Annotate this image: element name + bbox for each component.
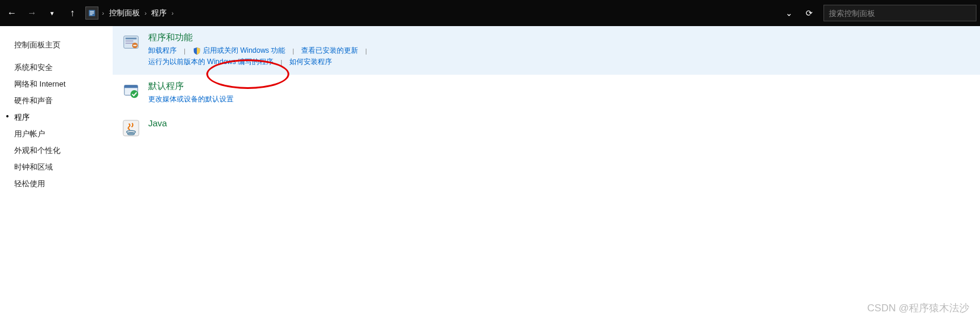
section-title[interactable]: 程序和功能: [148, 32, 971, 43]
up-button[interactable]: ↑: [64, 5, 81, 21]
sidebar-item[interactable]: 程序: [14, 109, 113, 126]
link-divider: |: [280, 59, 282, 66]
links-row: 运行为以前版本的 Windows 编写的程序|如何安装程序: [148, 56, 971, 68]
breadcrumb-sep: ›: [102, 9, 104, 17]
sidebar-item[interactable]: 控制面板主页: [14, 37, 113, 53]
link[interactable]: 运行为以前版本的 Windows 编写的程序: [148, 56, 273, 68]
main-panel: 程序和功能卸载程序|启用或关闭 Windows 功能|查看已安装的更新|运行为以…: [113, 26, 980, 322]
svg-rect-6: [126, 40, 133, 42]
address-dropdown-icon[interactable]: ⌄: [783, 8, 795, 18]
link[interactable]: 卸载程序: [148, 45, 177, 56]
section-title[interactable]: 默认程序: [148, 81, 971, 92]
programs-icon: [122, 33, 140, 51]
links-row: 更改媒体或设备的默认设置: [148, 94, 971, 105]
breadcrumb-item[interactable]: 控制面板: [107, 7, 142, 20]
section: 程序和功能卸载程序|启用或关闭 Windows 功能|查看已安装的更新|运行为以…: [113, 26, 980, 75]
sidebar-item[interactable]: 轻松使用: [14, 176, 113, 192]
svg-rect-7: [126, 43, 133, 44]
java-icon: [122, 119, 140, 137]
section: Java: [113, 112, 980, 144]
breadcrumb[interactable]: › 控制面板 › 程序 ›: [102, 7, 783, 20]
sidebar-item[interactable]: 网络和 Internet: [14, 76, 113, 93]
breadcrumb-sep: ›: [171, 9, 174, 17]
sidebar-item[interactable]: 用户帐户: [14, 126, 113, 142]
links-row: 卸载程序|启用或关闭 Windows 功能|查看已安装的更新|: [148, 45, 971, 56]
link-divider: |: [292, 47, 294, 55]
sidebar-item[interactable]: 系统和安全: [14, 59, 113, 76]
sidebar-item[interactable]: 外观和个性化: [14, 142, 113, 159]
breadcrumb-sep: ›: [145, 9, 147, 17]
recent-dropdown[interactable]: ▾: [44, 5, 60, 21]
link[interactable]: 如何安装程序: [289, 56, 332, 68]
defaults-icon: [122, 82, 140, 100]
section-body: 程序和功能卸载程序|启用或关闭 Windows 功能|查看已安装的更新|运行为以…: [148, 32, 971, 68]
link-divider: |: [184, 47, 186, 55]
svg-point-12: [130, 90, 138, 98]
link[interactable]: 查看已安装的更新: [301, 45, 358, 56]
forward-button[interactable]: →: [24, 5, 40, 21]
svg-rect-11: [125, 85, 138, 88]
sidebar-item[interactable]: 时钟和区域: [14, 159, 113, 176]
sidebar-item[interactable]: 硬件和声音: [14, 93, 113, 109]
link-divider: |: [365, 47, 367, 55]
breadcrumb-item[interactable]: 程序: [149, 7, 169, 20]
link[interactable]: 更改媒体或设备的默认设置: [148, 94, 234, 105]
sidebar: 控制面板主页系统和安全网络和 Internet硬件和声音程序用户帐户外观和个性化…: [0, 26, 113, 322]
svg-rect-3: [90, 14, 92, 15]
svg-rect-9: [133, 45, 137, 46]
svg-rect-2: [90, 12, 94, 14]
nav-buttons: ← → ▾ ↑: [0, 5, 84, 21]
titlebar: ← → ▾ ↑ › 控制面板 › 程序 › ⌄ ⟳: [0, 0, 980, 26]
search-input[interactable]: [823, 5, 976, 21]
section-title[interactable]: Java: [148, 118, 971, 128]
svg-rect-1: [90, 11, 94, 12]
section: 默认程序更改媒体或设备的默认设置: [113, 75, 980, 112]
refresh-icon[interactable]: ⟳: [803, 8, 815, 18]
section-body: Java: [148, 118, 971, 137]
back-button[interactable]: ←: [4, 5, 20, 21]
link[interactable]: 启用或关闭 Windows 功能: [193, 45, 285, 56]
watermark: CSDN @程序猿木法沙: [867, 301, 969, 315]
section-body: 默认程序更改媒体或设备的默认设置: [148, 81, 971, 105]
address-icon[interactable]: [85, 7, 98, 20]
titlebar-right: ⌄ ⟳: [783, 5, 980, 21]
svg-rect-5: [126, 38, 137, 40]
content-area: 控制面板主页系统和安全网络和 Internet硬件和声音程序用户帐户外观和个性化…: [0, 26, 980, 322]
